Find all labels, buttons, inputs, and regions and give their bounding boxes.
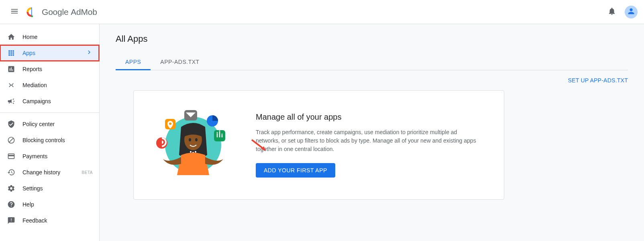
sidebar-item-label: Reports xyxy=(22,66,93,72)
product-name: Google AdMob xyxy=(42,7,97,17)
svg-point-4 xyxy=(195,138,198,141)
sidebar-item-label: Settings xyxy=(22,185,93,192)
card-content: Manage all of your apps Track app perfor… xyxy=(256,112,481,178)
mediation-icon xyxy=(6,80,16,90)
sidebar-item-payments[interactable]: Payments xyxy=(0,148,99,164)
help-icon xyxy=(6,200,16,209)
account-avatar[interactable] xyxy=(625,6,638,18)
svg-point-3 xyxy=(189,138,191,141)
sidebar-item-policy-center[interactable]: Policy center xyxy=(0,116,99,132)
bell-icon xyxy=(607,7,616,17)
sidebar-item-home[interactable]: Home xyxy=(0,29,99,45)
svg-point-14 xyxy=(219,131,220,132)
sidebar-item-help[interactable]: Help xyxy=(0,196,99,212)
beta-badge: BETA xyxy=(82,170,93,175)
sidebar-item-label: Help xyxy=(22,201,93,208)
block-icon xyxy=(6,135,16,145)
hamburger-icon xyxy=(10,7,19,17)
main-content: All Apps APPS APP-ADS.TXT SET UP APP-ADS… xyxy=(100,24,644,241)
person-icon xyxy=(627,7,636,17)
menu-button[interactable] xyxy=(6,4,22,20)
app-header: Google AdMob xyxy=(0,0,644,24)
sidebar-item-blocking-controls[interactable]: Blocking controls xyxy=(0,132,99,148)
illustration-icon xyxy=(153,107,233,183)
campaigns-icon xyxy=(6,96,16,106)
gear-icon xyxy=(6,184,16,193)
svg-point-7 xyxy=(195,151,196,153)
sidebar-item-settings[interactable]: Settings xyxy=(0,180,99,196)
sidebar-item-label: Policy center xyxy=(22,121,93,127)
payments-icon xyxy=(6,151,16,161)
history-icon xyxy=(6,167,16,177)
sidebar-item-mediation[interactable]: Mediation xyxy=(0,77,99,93)
card-heading: Manage all of your apps xyxy=(256,112,481,122)
tab-label: APP-ADS.TXT xyxy=(160,59,199,65)
home-icon xyxy=(6,32,16,42)
sidebar-item-label: Feedback xyxy=(22,217,93,224)
sidebar-item-label: Campaigns xyxy=(22,98,93,104)
notifications-button[interactable] xyxy=(604,4,620,20)
add-first-app-button[interactable]: ADD YOUR FIRST APP xyxy=(256,163,335,178)
tab-label: APPS xyxy=(125,59,141,65)
sidebar-item-change-history[interactable]: Change history BETA xyxy=(0,164,99,180)
sidebar-item-label: Apps xyxy=(22,50,86,56)
empty-state-card: Manage all of your apps Track app perfor… xyxy=(133,90,504,200)
setup-app-ads-link[interactable]: SET UP APP-ADS.TXT xyxy=(568,77,628,84)
card-body-text: Track app performance, create campaigns,… xyxy=(256,128,481,153)
sidebar-item-label: Change history xyxy=(22,169,79,176)
admob-icon xyxy=(26,6,37,18)
sidebar-item-reports[interactable]: Reports xyxy=(0,61,99,77)
svg-point-13 xyxy=(217,132,218,133)
sidebar-item-label: Home xyxy=(22,34,93,40)
tabs-bar: APPS APP-ADS.TXT xyxy=(116,54,628,70)
sidebar-item-label: Blocking controls xyxy=(22,137,93,143)
tab-app-ads-txt[interactable]: APP-ADS.TXT xyxy=(151,54,209,70)
sidebar-item-apps[interactable]: Apps xyxy=(0,45,99,61)
sidebar-item-campaigns[interactable]: Campaigns xyxy=(0,93,99,109)
svg-point-0 xyxy=(31,15,33,17)
product-logo[interactable]: Google AdMob xyxy=(26,6,97,18)
apps-icon xyxy=(6,48,16,58)
chevron-right-icon xyxy=(86,49,93,57)
svg-point-5 xyxy=(190,151,192,153)
reports-icon xyxy=(6,64,16,74)
feedback-icon xyxy=(6,216,16,225)
svg-point-15 xyxy=(222,134,223,135)
page-title: All Apps xyxy=(116,34,628,44)
sidebar: Home Apps Reports Mediation xyxy=(0,24,100,241)
sidebar-item-label: Mediation xyxy=(22,82,93,88)
sidebar-item-feedback[interactable]: Feedback xyxy=(0,212,99,229)
divider xyxy=(0,112,99,113)
shield-icon xyxy=(6,119,16,129)
sidebar-item-label: Payments xyxy=(22,153,93,159)
setup-row: SET UP APP-ADS.TXT xyxy=(116,77,628,84)
tab-apps[interactable]: APPS xyxy=(116,54,151,70)
svg-point-9 xyxy=(169,123,171,125)
